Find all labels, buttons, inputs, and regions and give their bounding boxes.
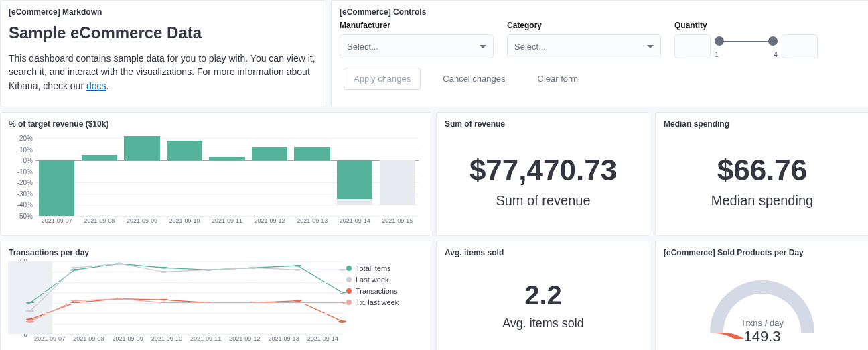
x-tick: 2021-09-07	[30, 335, 69, 343]
markdown-heading: Sample eCommerce Data	[9, 23, 317, 42]
x-tick: 2021-09-14	[334, 217, 376, 227]
svg-point-13	[249, 267, 257, 269]
y-tick: -40%	[17, 201, 33, 209]
svg-point-10	[115, 263, 123, 265]
x-tick: 2021-09-11	[206, 217, 248, 227]
slider-max-label: 4	[774, 50, 778, 58]
markdown-panel: [eCommerce] Markdown Sample eCommerce Da…	[0, 0, 326, 107]
svg-point-3	[160, 267, 168, 269]
avg-items-panel: Avg. items sold 2.2 Avg. items sold	[436, 241, 650, 350]
x-tick: 2021-09-12	[225, 335, 264, 343]
chart-legend: Total items Last week Transactions Tx. l…	[346, 264, 420, 310]
sold-products-gauge-panel: [eCommerce] Sold Products per Day Trxns …	[655, 241, 868, 350]
controls-panel: [eCommerce] Controls Manufacturer Select…	[331, 0, 868, 107]
panel-title: Median spending	[664, 119, 861, 129]
panel-title: Avg. items sold	[445, 248, 642, 257]
svg-point-24	[26, 320, 34, 323]
median-spending-panel: Median spending $66.76 Median spending	[655, 112, 868, 236]
markdown-body-text: This dashboard contains sample data for …	[9, 53, 315, 91]
svg-point-22	[293, 300, 301, 302]
select-placeholder: Select...	[347, 42, 378, 52]
svg-point-12	[204, 269, 212, 271]
y-tick: 20%	[19, 135, 33, 142]
x-tick: 2021-09-11	[186, 335, 225, 343]
legend-label: Tx. last week	[356, 298, 399, 306]
x-tick: 2021-09-14	[303, 335, 342, 343]
manufacturer-label: Manufacturer	[340, 21, 494, 30]
median-spending-label: Median spending	[711, 193, 813, 209]
legend-item[interactable]: Total items	[346, 264, 420, 272]
x-tick: 2021-09-13	[265, 335, 303, 343]
gauge-label: Trxns / day	[741, 318, 784, 328]
chevron-down-icon	[480, 45, 486, 48]
quantity-max-input[interactable]	[782, 34, 818, 58]
y-tick: -10%	[17, 168, 33, 175]
avg-items-label: Avg. items sold	[502, 316, 584, 331]
x-tick: 2021-09-13	[291, 217, 334, 227]
x-tick: 2021-09-12	[248, 217, 291, 227]
y-tick: -50%	[17, 213, 33, 220]
panel-title: [eCommerce] Sold Products per Day	[664, 248, 861, 257]
category-label: Category	[507, 21, 661, 30]
legend-dot-icon	[346, 266, 352, 271]
svg-point-14	[293, 269, 301, 271]
slider-min-label: 1	[715, 50, 719, 58]
transactions-line-chart[interactable]: 350300250200150100500 2021-09-072021-09-…	[9, 261, 423, 343]
x-tick: 2021-09-15	[376, 217, 419, 227]
docs-link[interactable]: docs	[86, 80, 106, 91]
legend-item[interactable]: Tx. last week	[346, 298, 420, 306]
legend-item[interactable]: Transactions	[346, 287, 420, 295]
x-tick: 2021-09-09	[108, 335, 147, 343]
quantity-slider[interactable]: 1 4	[715, 34, 778, 58]
sum-revenue-panel: Sum of revenue $77,470.73 Sum of revenue	[436, 112, 650, 236]
cancel-changes-button[interactable]: Cancel changes	[433, 68, 515, 90]
apply-changes-button[interactable]: Apply changes	[344, 68, 421, 90]
legend-label: Last week	[356, 276, 389, 284]
legend-label: Total items	[356, 264, 391, 272]
gauge-value: 149.3	[743, 328, 780, 345]
svg-point-26	[115, 298, 123, 300]
clear-form-button[interactable]: Clear form	[528, 68, 589, 90]
panel-title: [eCommerce] Markdown	[9, 7, 317, 17]
quantity-label: Quantity	[674, 21, 818, 30]
manufacturer-select[interactable]: Select...	[340, 34, 494, 58]
panel-title: [eCommerce] Controls	[340, 7, 861, 17]
y-tick: 0%	[23, 157, 33, 164]
target-revenue-chart-panel: % of target revenue ($10k) 20%10%0%-10%-…	[0, 112, 431, 236]
panel-title: Sum of revenue	[445, 119, 642, 129]
x-tick: 2021-09-08	[78, 217, 121, 227]
svg-point-9	[71, 267, 79, 269]
svg-point-8	[26, 310, 34, 312]
y-tick: -30%	[17, 190, 33, 197]
legend-label: Transactions	[356, 287, 398, 295]
x-tick: 2021-09-07	[35, 217, 78, 227]
category-select[interactable]: Select...	[507, 34, 661, 58]
sold-products-gauge[interactable]: Trxns / day 149.3	[664, 261, 861, 349]
legend-item[interactable]: Last week	[346, 276, 420, 284]
panel-title: % of target revenue ($10k)	[9, 119, 423, 129]
x-tick: 2021-09-10	[147, 335, 186, 343]
chevron-down-icon	[647, 45, 654, 48]
panel-title: Transactions per day	[9, 248, 423, 257]
svg-point-6	[293, 265, 301, 267]
x-tick: 2021-09-09	[121, 217, 163, 227]
target-revenue-bar-chart[interactable]: 20%10%0%-10%-20%-30%-40%-50% 2021-09-072…	[9, 133, 423, 227]
svg-point-15	[338, 269, 346, 271]
legend-dot-icon	[346, 277, 352, 282]
quantity-min-input[interactable]	[674, 34, 711, 58]
svg-point-23	[338, 320, 346, 323]
select-placeholder: Select...	[514, 42, 546, 52]
y-tick: -20%	[17, 179, 33, 186]
legend-dot-icon	[346, 288, 352, 294]
x-tick: 2021-09-08	[69, 335, 108, 343]
sum-revenue-label: Sum of revenue	[496, 193, 590, 209]
markdown-body: This dashboard contains sample data for …	[9, 52, 317, 93]
median-spending-value: $66.76	[717, 154, 808, 186]
avg-items-value: 2.2	[524, 280, 562, 310]
y-tick: 10%	[19, 145, 33, 153]
markdown-body-tail: .	[106, 80, 109, 91]
svg-point-19	[160, 299, 168, 301]
sum-revenue-value: $77,470.73	[469, 154, 617, 186]
transactions-chart-panel: Transactions per day 3503002502001501005…	[0, 241, 431, 350]
svg-point-25	[71, 300, 79, 302]
